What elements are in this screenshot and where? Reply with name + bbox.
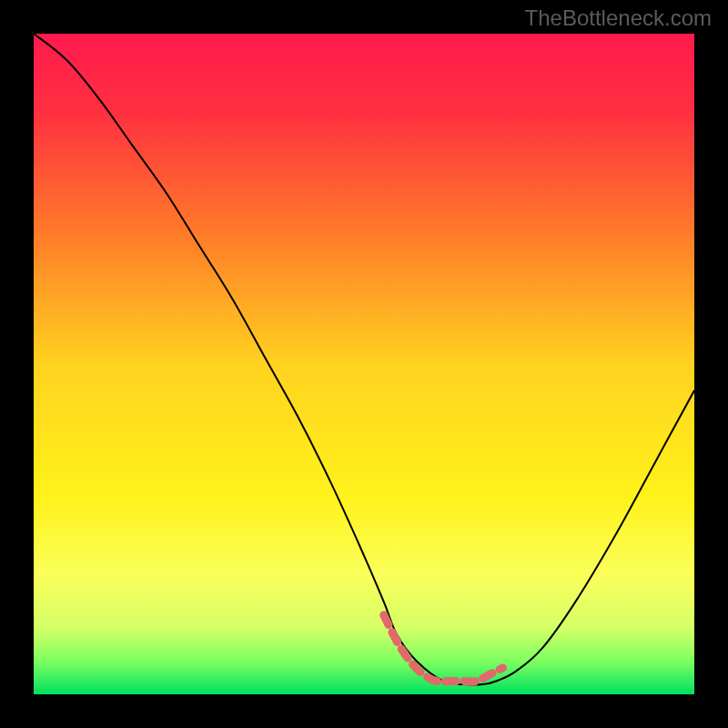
watermark-text: TheBottleneck.com [525,5,712,31]
plot-area [34,34,694,694]
gradient-background [34,34,694,694]
svg-rect-0 [34,34,694,694]
